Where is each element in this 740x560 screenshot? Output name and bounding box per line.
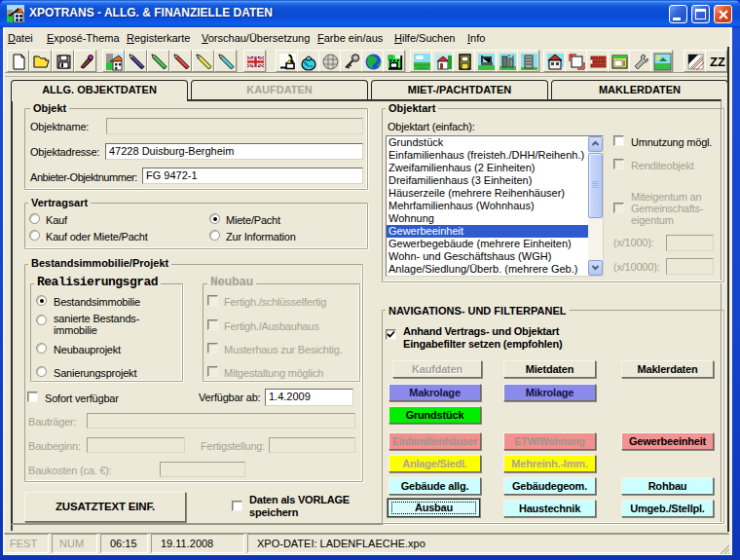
svg-text:ZZ: ZZ xyxy=(710,55,725,69)
